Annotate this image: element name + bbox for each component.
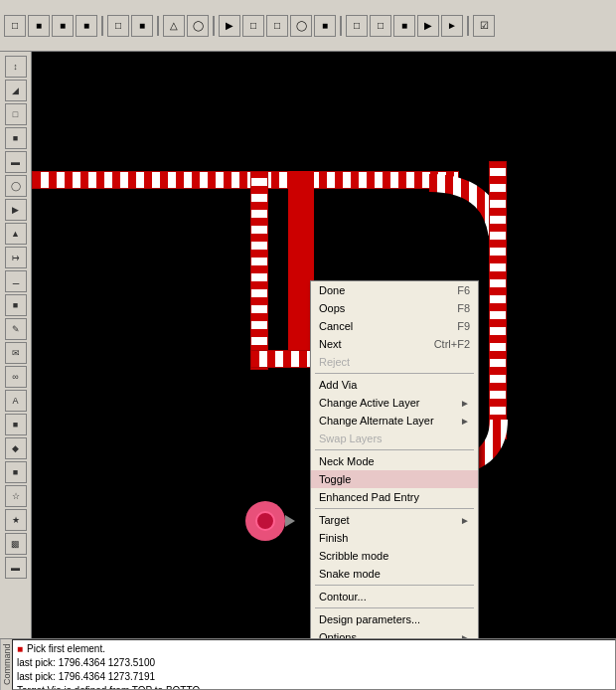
menu-label-oops: Oops: [319, 302, 345, 314]
menu-item-target[interactable]: Target ►: [311, 511, 478, 529]
toolbar-btn-10[interactable]: □: [242, 15, 264, 37]
toolbar-btn-9[interactable]: ▶: [219, 15, 240, 37]
menu-item-done[interactable]: Done F6: [311, 281, 478, 299]
menu-item-neck-mode[interactable]: Neck Mode: [311, 452, 478, 470]
menu-label-target: Target: [319, 514, 350, 526]
toolbar-btn-3[interactable]: ■: [52, 15, 74, 37]
menu-shortcut-oops: F8: [457, 302, 470, 314]
menu-label-snake: Snake mode: [319, 568, 381, 580]
cmd-text-4: Target Via is defined from TOP to BOTTO.…: [17, 684, 209, 690]
left-btn-13[interactable]: ✉: [5, 342, 27, 364]
arrow-options: ►: [460, 632, 470, 639]
left-btn-12[interactable]: ✎: [5, 318, 27, 340]
left-btn-11[interactable]: ■: [5, 294, 27, 316]
left-btn-6[interactable]: ◯: [5, 175, 27, 197]
menu-item-oops[interactable]: Oops F8: [311, 299, 478, 317]
menu-label-toggle: Toggle: [319, 473, 351, 485]
menu-label-done: Done: [319, 284, 345, 296]
canvas-area[interactable]: Done F6 Oops F8 Cancel F9 Next Ctrl+F2 R…: [32, 52, 616, 638]
left-btn-4[interactable]: ■: [5, 127, 27, 149]
top-toolbar: □ ■ ■ ■ □ ■ △ ◯ ▶ □ □ ◯ ■ □ □ ■ ▶ ► ☑: [0, 0, 616, 52]
cmd-text-1: Pick first element.: [27, 642, 105, 656]
menu-shortcut-cancel: F9: [457, 320, 470, 332]
left-btn-19[interactable]: ☆: [5, 485, 27, 507]
menu-item-design-params[interactable]: Design parameters...: [311, 610, 478, 628]
left-btn-14[interactable]: ∞: [5, 366, 27, 388]
menu-shortcut-next: Ctrl+F2: [434, 338, 470, 350]
menu-shortcut-done: F6: [457, 284, 470, 296]
left-btn-7[interactable]: ▶: [5, 199, 27, 221]
cursor-indicator: [245, 501, 285, 541]
left-btn-18[interactable]: ■: [5, 461, 27, 483]
toolbar-btn-14[interactable]: □: [346, 15, 368, 37]
left-btn-1[interactable]: ↕: [5, 56, 27, 78]
left-btn-5[interactable]: ▬: [5, 151, 27, 173]
menu-label-add-via: Add Via: [319, 379, 357, 391]
cmd-text-2: last pick: 1796.4364 1273.5100: [17, 656, 155, 670]
left-btn-15[interactable]: A: [5, 390, 27, 412]
menu-label-contour: Contour...: [319, 591, 367, 603]
menu-label-swap-layers: Swap Layers: [319, 432, 383, 444]
left-btn-22[interactable]: ▬: [5, 557, 27, 579]
toolbar-btn-18[interactable]: ►: [441, 15, 463, 37]
menu-item-swap-layers: Swap Layers: [311, 430, 478, 447]
separator-snake: [315, 585, 474, 586]
toolbar-btn-11[interactable]: □: [266, 15, 288, 37]
toolbar-btn-2[interactable]: ■: [28, 15, 50, 37]
menu-item-snake[interactable]: Snake mode: [311, 565, 478, 583]
menu-item-options[interactable]: Options ►: [311, 628, 478, 638]
cmd-line-4: Target Via is defined from TOP to BOTTO.…: [17, 684, 611, 690]
main-area: ↕ ◢ □ ■ ▬ ◯ ▶ ▲ ↦ ⚊ ■ ✎ ✉ ∞ A ■ ◆ ■ ☆ ★ …: [0, 52, 616, 638]
trace-right: [489, 161, 507, 439]
menu-item-finish[interactable]: Finish: [311, 529, 478, 547]
toolbar-btn-12[interactable]: ◯: [290, 15, 312, 37]
left-btn-8[interactable]: ▲: [5, 223, 27, 245]
cmd-text-3: last pick: 1796.4364 1273.7191: [17, 670, 155, 684]
toolbar-btn-17[interactable]: ▶: [417, 15, 439, 37]
menu-item-contour[interactable]: Contour...: [311, 588, 478, 605]
separator-swap: [315, 449, 474, 450]
menu-item-enhanced-pad[interactable]: Enhanced Pad Entry: [311, 488, 478, 506]
menu-item-add-via[interactable]: Add Via: [311, 376, 478, 394]
menu-label-enhanced-pad: Enhanced Pad Entry: [319, 491, 419, 503]
cmd-line-3: last pick: 1796.4364 1273.7191: [17, 670, 611, 684]
left-btn-10[interactable]: ⚊: [5, 270, 27, 292]
toolbar-btn-16[interactable]: ■: [393, 15, 415, 37]
menu-item-cancel[interactable]: Cancel F9: [311, 317, 478, 335]
toolbar-btn-8[interactable]: ◯: [187, 15, 209, 37]
left-btn-9[interactable]: ↦: [5, 247, 27, 268]
toolbar-btn-4[interactable]: ■: [76, 15, 97, 37]
toolbar-btn-7[interactable]: △: [163, 15, 185, 37]
menu-label-change-alternate-layer: Change Alternate Layer: [319, 415, 434, 427]
toolbar-btn-5[interactable]: □: [107, 15, 129, 37]
toolbar-btn-13[interactable]: ■: [314, 15, 336, 37]
left-btn-21[interactable]: ▩: [5, 533, 27, 555]
menu-label-scribble: Scribble mode: [319, 550, 388, 562]
left-btn-16[interactable]: ■: [5, 414, 27, 435]
toolbar-btn-19[interactable]: ☑: [473, 15, 495, 37]
left-btn-20[interactable]: ★: [5, 509, 27, 531]
left-btn-17[interactable]: ◆: [5, 437, 27, 459]
cursor-arrow: [285, 515, 295, 527]
menu-label-cancel: Cancel: [319, 320, 353, 332]
menu-item-scribble[interactable]: Scribble mode: [311, 547, 478, 565]
side-label-command: Command: [0, 639, 12, 690]
toolbar-btn-15[interactable]: □: [370, 15, 391, 37]
cmd-line-1: ■ Pick first element.: [17, 642, 611, 656]
separator-contour: [315, 607, 474, 608]
status-area: Command ■ Pick first element. last pick:…: [0, 638, 616, 690]
separator-reject: [315, 373, 474, 374]
cmd-icon-1: ■: [17, 642, 23, 656]
left-btn-2[interactable]: ◢: [5, 80, 27, 101]
toolbar-btn-1[interactable]: □: [4, 15, 26, 37]
separator-5: [467, 16, 469, 36]
menu-item-change-active-layer[interactable]: Change Active Layer ►: [311, 394, 478, 412]
menu-item-next[interactable]: Next Ctrl+F2: [311, 335, 478, 353]
menu-label-design-params: Design parameters...: [319, 613, 420, 625]
menu-item-toggle[interactable]: Toggle: [311, 470, 478, 488]
menu-item-change-alternate-layer[interactable]: Change Alternate Layer ►: [311, 412, 478, 430]
left-btn-3[interactable]: □: [5, 103, 27, 125]
toolbar-btn-6[interactable]: ■: [131, 15, 153, 37]
trace-top: [32, 171, 459, 189]
left-toolbar: ↕ ◢ □ ■ ▬ ◯ ▶ ▲ ↦ ⚊ ■ ✎ ✉ ∞ A ■ ◆ ■ ☆ ★ …: [0, 52, 32, 638]
